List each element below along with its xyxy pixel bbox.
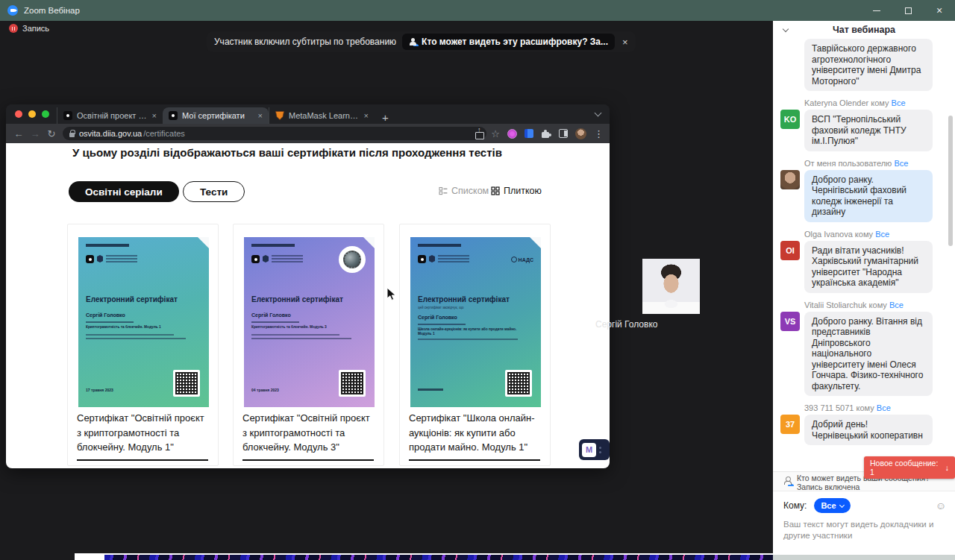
window-bottom-edge: [773, 555, 955, 560]
filter-educational-series[interactable]: Освітні серіали: [69, 181, 179, 202]
recipient-link[interactable]: Все: [894, 159, 908, 168]
address-bar[interactable]: osvita.diia.gov.ua/certificates: [63, 127, 486, 140]
recipient-link[interactable]: Все: [877, 403, 891, 412]
caption-underline: [409, 459, 540, 461]
notification-close-icon[interactable]: ×: [622, 37, 628, 48]
minimize-button[interactable]: [861, 0, 892, 21]
extensions-puzzle-icon[interactable]: [541, 129, 551, 139]
mac-window-buttons[interactable]: [15, 110, 49, 118]
tab-metamask-learn[interactable]: MetaMask Learn | Цільова сто... ×: [269, 107, 375, 124]
ministry-text-bars: [438, 255, 469, 264]
view-list-toggle[interactable]: Списком: [439, 186, 489, 196]
sidebar-icon[interactable]: [559, 129, 568, 138]
browser-tabstrip: Освітній проект з криптогра... × Мої сер…: [6, 104, 610, 124]
chat-message-list[interactable]: Таврійського державного агротехнологічно…: [773, 39, 955, 471]
emoji-icon[interactable]: ☺: [936, 500, 946, 511]
zoom-webinar-window: Zoom Вебінар × Запись Участник включил с…: [0, 0, 955, 560]
chat-bubble: Ради вітати учасників! Харківський гуман…: [804, 241, 933, 293]
nads-logo: НАДС: [511, 257, 533, 262]
certificates-page: У цьому розділі відображаються ваші серт…: [6, 143, 610, 468]
view-grid-toggle[interactable]: Плиткою: [491, 186, 542, 196]
chat-message-sender: От меня пользователю Все: [804, 159, 948, 168]
forward-icon[interactable]: →: [27, 128, 43, 139]
page-fold-decoration: [530, 237, 541, 248]
grid-view-icon: [491, 186, 500, 195]
new-tab-button[interactable]: +: [382, 111, 389, 124]
round-seal-badge: [339, 246, 366, 273]
back-icon[interactable]: ←: [10, 128, 27, 139]
tab-my-certificates[interactable]: Мої сертифікати ×: [163, 107, 269, 124]
certificate-heading: Електронний сертифікат: [251, 295, 343, 303]
chat-message: Kateryna Olender кому ВсеKOВСП "Тернопіл…: [780, 98, 948, 151]
certificate-module: Школа онлайн-аукціонів: як купити або пр…: [418, 327, 531, 336]
page-heading: У цьому розділі відображаються ваші серт…: [72, 146, 502, 159]
user-photo-avatar: [780, 170, 800, 189]
profile-avatar[interactable]: [575, 128, 586, 139]
chat-header: Чат вебинара: [773, 21, 955, 39]
chat-bubble: Доброго ранку. Вітання від представників…: [804, 312, 933, 397]
tab-close-icon[interactable]: ×: [364, 111, 369, 120]
chat-bubble: Таврійського державного агротехнологічно…: [804, 39, 933, 91]
diia-logo: [86, 255, 94, 263]
recipient-select[interactable]: Все: [814, 498, 850, 513]
person-icon: [409, 38, 417, 46]
maximize-button[interactable]: [892, 0, 924, 21]
chat-message: От меня пользователю ВсеДоброго ранку. Ч…: [780, 159, 948, 222]
participant-video-tile[interactable]: [642, 259, 700, 314]
certificate-poster: НАДС Електронний сертифікат цей сертифік…: [410, 237, 541, 407]
diia-favicon: [63, 111, 72, 120]
bookmark-star-icon[interactable]: ☆: [491, 129, 500, 139]
window-titlebar: Zoom Вебінар ×: [0, 0, 955, 21]
reload-icon[interactable]: ↻: [43, 128, 60, 139]
browser-menu-icon[interactable]: ⋮: [594, 129, 604, 139]
chat-message: Olga Ivanova кому ВсеOIРади вітати учасн…: [780, 230, 948, 293]
transcript-visibility-button[interactable]: Кто может видеть эту расшифровку? За...: [402, 34, 615, 50]
certificate-holder-name: Сергій Головко: [251, 312, 291, 318]
ministry-text-bars: [106, 255, 137, 264]
close-button[interactable]: ×: [924, 0, 955, 21]
transcript-visibility-label: Кто может видеть эту расшифровку? За...: [422, 37, 608, 47]
filter-tests[interactable]: Тести: [183, 181, 245, 202]
qr-code: [173, 370, 200, 397]
metamask-m-icon: M: [582, 443, 596, 457]
qr-code: [505, 370, 532, 397]
browser-toolbar: ← → ↻ osvita.diia.gov.ua/certificates ☆ …: [6, 124, 610, 143]
tab-close-icon[interactable]: ×: [152, 111, 157, 120]
tab-search-chevron-icon[interactable]: [595, 110, 602, 117]
certificate-card[interactable]: НАДС Електронний сертифікат цей сертифік…: [399, 224, 551, 466]
chat-input[interactable]: Ваш текст могут видеть докладчики и друг…: [783, 519, 943, 541]
certificate-card[interactable]: Електронний сертифікат Сергій Головко Кр…: [67, 224, 219, 466]
certificate-date: 17 травня 2023: [86, 388, 113, 392]
new-message-badge[interactable]: Новое сообщение: 1 ↓: [864, 456, 955, 479]
certificate-card[interactable]: Електронний сертифікат Сергій Головко Кр…: [233, 224, 384, 466]
chat-message: 393 711 5071 кому Все37Добрий день! Черн…: [780, 403, 948, 445]
certificate-number-bar: [251, 244, 295, 247]
metamask-widget[interactable]: M: [579, 439, 610, 460]
tab-close-icon[interactable]: ×: [258, 111, 263, 120]
certificate-caption: Сертифікат "Освітній проєкт з криптограм…: [242, 411, 377, 455]
mac-zoom-button[interactable]: [42, 110, 49, 118]
chat-message-sender: 393 711 5071 кому Все: [804, 403, 948, 412]
chat-compose-area: Кому: Все ☺ Ваш текст могут видеть докла…: [773, 491, 955, 560]
chat-scrollbar-thumb[interactable]: [948, 116, 953, 246]
chat-message-sender: Vitalii Stoliarchuk кому Все: [804, 301, 948, 309]
extension-blue-icon[interactable]: [525, 129, 533, 138]
certificate-date: 04 травня 2023: [251, 388, 279, 392]
initials-avatar: OI: [780, 241, 800, 260]
initials-avatar: 37: [780, 415, 800, 434]
recipient-link[interactable]: Все: [889, 301, 904, 309]
share-page-icon[interactable]: [475, 129, 483, 139]
mac-close-button[interactable]: [15, 110, 22, 118]
recording-label: Запись: [22, 24, 49, 33]
recipient-link[interactable]: Все: [875, 230, 889, 239]
extension-purple-icon[interactable]: [507, 129, 517, 139]
certificate-heading: Електронний сертифікат: [86, 295, 178, 303]
ukraine-emblem-icon: [429, 255, 435, 262]
certificate-poster: Електронний сертифікат Сергій Головко Кр…: [244, 237, 375, 407]
mac-minimize-button[interactable]: [28, 110, 36, 118]
certificate-holder-name: Сергій Головко: [418, 315, 457, 320]
certificate-caption: Сертифікат "Освітній проєкт з криптограм…: [77, 411, 211, 455]
tab-osvita-project[interactable]: Освітній проект з криптогра... ×: [57, 107, 163, 124]
ministry-text-bars: [272, 255, 303, 264]
recipient-link[interactable]: Все: [892, 98, 906, 107]
